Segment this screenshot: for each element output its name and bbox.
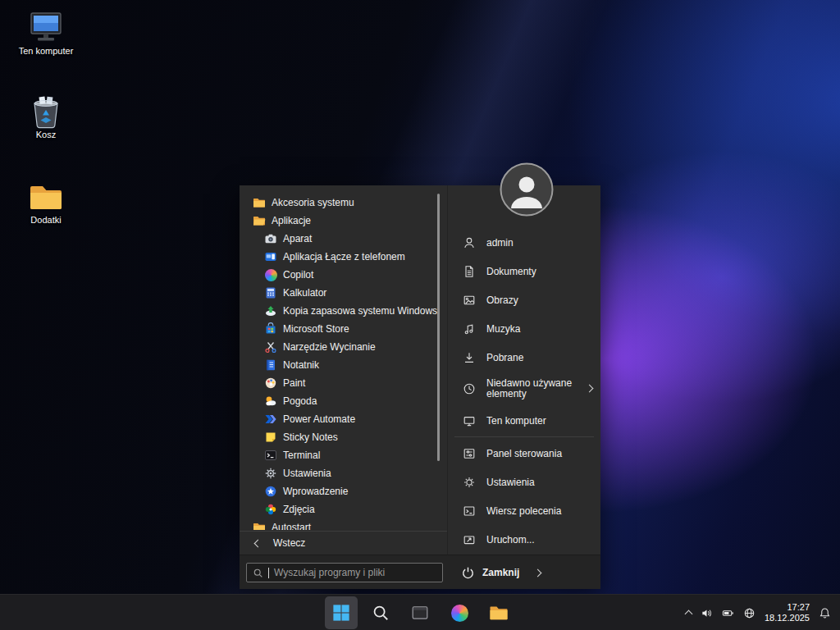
network-globe-icon[interactable] [743, 607, 756, 619]
start-item-label: Uruchom... [486, 534, 535, 546]
weather-icon [264, 395, 277, 408]
start-item-wiersz-polecenia[interactable]: Wiersz polecenia [448, 496, 600, 525]
start-item-label: Dokumenty [486, 266, 536, 277]
start-item-recent-items[interactable]: Niedawno używane elementy [448, 372, 600, 406]
start-item-wprowadzenie[interactable]: Wprowadzenie [240, 482, 447, 500]
taskbar-search-button[interactable] [364, 596, 397, 629]
programs-scrollbar[interactable] [437, 194, 440, 461]
desktop-icon-this-pc[interactable]: Ten komputer [11, 10, 80, 56]
settings-gear-icon [264, 467, 277, 480]
taskbar-copilot-button[interactable] [443, 596, 476, 629]
start-item-label: Copilot [283, 269, 313, 281]
start-item-label: Terminal [283, 450, 320, 461]
start-item-aparat[interactable]: Aparat [240, 230, 447, 248]
start-item-aplikacje[interactable]: Aplikacje [240, 212, 447, 230]
text-caret [268, 568, 269, 578]
start-item-notatnik[interactable]: Notatnik [240, 356, 447, 374]
clock-date: 18.12.2025 [765, 613, 810, 623]
desktop-icon-label: Dodatki [11, 215, 80, 225]
taskbar-clock[interactable]: 17:27 18.12.2025 [765, 602, 810, 623]
start-item-kalkulator[interactable]: Kalkulator [240, 284, 447, 302]
desktop-icon-dodatki-folder[interactable]: Dodatki [11, 179, 80, 225]
start-item-ustawienia-right[interactable]: Ustawienia [448, 468, 600, 496]
start-item-label: Wiersz polecenia [486, 505, 561, 517]
control-panel-icon [463, 447, 476, 460]
power-icon [461, 566, 475, 580]
start-item-obrazy[interactable]: Obrazy [448, 285, 600, 314]
start-item-label: Pogoda [283, 395, 317, 407]
tray-overflow-chevron-icon[interactable] [684, 610, 692, 619]
chevron-right-icon [586, 385, 594, 393]
shutdown-button[interactable]: Zamknij [454, 555, 541, 590]
start-item-snipping-tool[interactable]: Narzędzie Wycinanie [240, 338, 447, 356]
start-item-admin[interactable]: admin [448, 228, 600, 257]
chevron-right-icon[interactable] [534, 568, 542, 577]
start-item-terminal[interactable]: Terminal [240, 446, 447, 464]
start-item-label: Kalkulator [283, 287, 326, 299]
start-item-pobrane[interactable]: Pobrane [448, 343, 600, 372]
snipping-tool-icon [264, 340, 277, 354]
start-item-label: Pobrane [486, 352, 523, 363]
notifications-bell-icon[interactable] [819, 607, 831, 619]
start-item-label: Narzędzie Wycinanie [283, 341, 376, 353]
sticky-notes-icon [264, 431, 277, 444]
start-item-phone-link[interactable]: Aplikacja Łącze z telefonem [240, 248, 447, 266]
folder-icon [253, 521, 266, 530]
copilot-icon [264, 268, 277, 281]
recycle-bin-icon [11, 94, 80, 130]
start-item-zdjecia[interactable]: Zdjęcia [240, 500, 447, 518]
desktop-icon-recycle-bin[interactable]: Kosz [11, 94, 80, 139]
power-automate-icon [264, 413, 277, 426]
camera-icon [264, 232, 277, 245]
pictures-icon [463, 294, 476, 307]
search-icon [253, 568, 263, 578]
terminal-icon [264, 449, 277, 462]
start-item-label: Niedawno używane elementy [486, 378, 573, 399]
start-item-ustawienia[interactable]: Ustawienia [240, 464, 447, 482]
chevron-left-icon [254, 539, 262, 547]
start-item-label: Zdjęcia [283, 504, 315, 515]
taskbar-explorer-button[interactable] [482, 596, 515, 629]
start-item-microsoft-store[interactable]: Microsoft Store [240, 320, 447, 338]
downloads-icon [463, 351, 476, 364]
gear-icon [463, 476, 476, 489]
start-button[interactable] [325, 596, 358, 629]
notepad-icon [264, 358, 277, 372]
start-item-sticky-notes[interactable]: Sticky Notes [240, 428, 447, 446]
monitor-icon [463, 414, 476, 427]
start-item-windows-backup[interactable]: Kopia zapasowa systemu Windows [240, 302, 447, 320]
taskbar: 17:27 18.12.2025 [0, 594, 840, 630]
start-item-power-automate[interactable]: Power Automate [240, 410, 447, 428]
start-item-autostart[interactable]: Autostart [240, 518, 447, 530]
document-icon [463, 265, 476, 278]
start-item-copilot[interactable]: Copilot [240, 266, 447, 284]
user-avatar[interactable] [500, 162, 554, 217]
start-item-dokumenty[interactable]: Dokumenty [448, 257, 600, 285]
taskbar-app-window-button[interactable] [404, 596, 436, 629]
start-menu-programs-pane: Akcesoria systemu Aplikacje Aparat Aplik… [240, 185, 447, 555]
search-icon [372, 604, 390, 622]
start-item-uruchom[interactable]: Uruchom... [448, 525, 600, 554]
start-item-label: Ustawienia [283, 468, 331, 479]
shutdown-label: Zamknij [482, 567, 519, 578]
phone-link-icon [264, 250, 277, 263]
start-item-label: Sticky Notes [283, 431, 338, 443]
start-item-pogoda[interactable]: Pogoda [240, 392, 447, 410]
desktop-icon-label: Kosz [11, 130, 80, 139]
start-item-label: Wprowadzenie [283, 486, 348, 497]
start-item-label: Ten komputer [486, 415, 546, 427]
paint-icon [264, 377, 277, 390]
start-item-ten-komputer[interactable]: Ten komputer [448, 406, 600, 435]
volume-icon[interactable] [701, 607, 713, 619]
start-item-akcesoria-systemu[interactable]: Akcesoria systemu [240, 194, 447, 212]
start-item-label: Aplikacje [272, 215, 311, 226]
desktop-icon-label: Ten komputer [11, 46, 80, 56]
start-item-muzyka[interactable]: Muzyka [448, 314, 600, 343]
start-item-panel-sterowania[interactable]: Panel sterowania [448, 439, 600, 468]
start-item-paint[interactable]: Paint [240, 374, 447, 392]
backup-icon [264, 304, 277, 317]
battery-icon[interactable] [722, 607, 734, 619]
back-button[interactable]: Wstecz [240, 532, 447, 555]
search-input[interactable]: Wyszukaj programy i pliki [246, 563, 443, 582]
windows-logo-icon [332, 604, 350, 622]
